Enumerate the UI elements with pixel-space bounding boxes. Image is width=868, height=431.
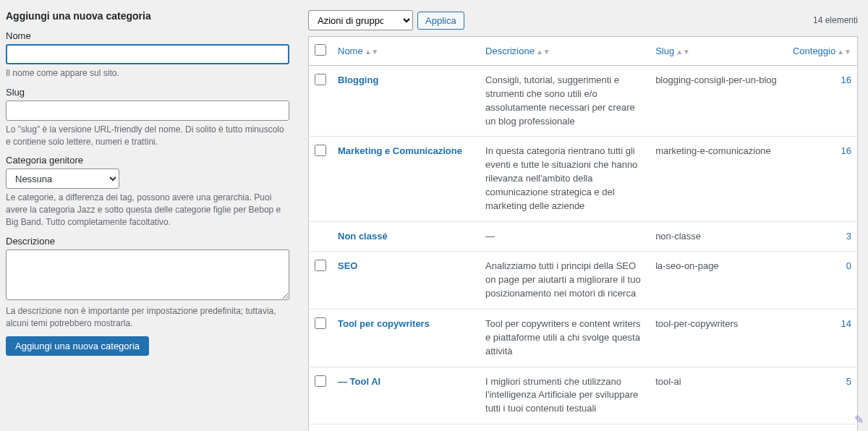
category-description: Tool per copywriters e content writers e… — [480, 309, 650, 367]
description-label: Descrizione — [6, 236, 289, 247]
category-name-link[interactable]: SEO — [338, 260, 357, 271]
name-desc: Il nome come appare sul sito. — [6, 67, 289, 80]
name-label: Nome — [6, 30, 289, 41]
bulk-actions-select[interactable]: Azioni di gruppo — [308, 10, 413, 30]
table-row: Tool per copywritersTool per copywriters… — [309, 309, 858, 367]
category-count-link[interactable]: 3 — [846, 231, 851, 242]
apply-button[interactable]: Applica — [417, 12, 464, 30]
form-title: Aggiungi una nuova categoria — [6, 10, 289, 22]
category-name-link[interactable]: Blogging — [338, 74, 378, 85]
col-count[interactable]: Conteggio▲▼ — [787, 37, 858, 66]
table-row: BloggingConsigli, tutorial, suggerimenti… — [309, 66, 858, 137]
category-count-link[interactable]: 16 — [841, 74, 851, 85]
category-name-link[interactable]: Tool per copywriters — [338, 318, 430, 329]
category-count-link[interactable]: 0 — [846, 260, 851, 271]
category-name-link[interactable]: — Tool AI — [338, 376, 380, 387]
sort-icon: ▲▼ — [365, 48, 379, 56]
table-row: Marketing e ComunicazioneIn questa categ… — [309, 137, 858, 221]
table-row: — Tool SEOLe recensioni dei migliori too… — [309, 424, 858, 431]
row-checkbox[interactable] — [315, 317, 326, 329]
category-slug: tool-ai — [650, 367, 787, 424]
col-slug[interactable]: Slug▲▼ — [650, 37, 787, 66]
category-slug: tool-per-copywriters — [650, 309, 787, 367]
slug-input[interactable] — [6, 101, 289, 121]
parent-select[interactable]: Nessuna — [6, 168, 119, 189]
slug-label: Slug — [6, 87, 289, 98]
category-description: In questa categoria rientrano tutti gli … — [480, 137, 650, 221]
row-checkbox[interactable] — [315, 260, 326, 271]
name-input[interactable] — [6, 44, 289, 64]
items-count: 14 elementi — [813, 15, 858, 25]
category-slug: blogging-consigli-per-un-blog — [650, 66, 787, 137]
category-slug: non-classe — [650, 221, 787, 252]
description-textarea[interactable] — [6, 249, 289, 300]
add-category-button[interactable]: Aggiungi una nuova categoria — [6, 336, 149, 356]
category-count-link[interactable]: 5 — [846, 376, 851, 387]
parent-label: Categoria genitore — [6, 155, 289, 166]
category-name-link[interactable]: Non classé — [338, 231, 388, 242]
sort-icon: ▲▼ — [676, 48, 690, 56]
category-description: — — [480, 221, 650, 252]
category-name-link[interactable]: Marketing e Comunicazione — [338, 145, 462, 156]
pencil-icon[interactable]: ✎ — [854, 413, 864, 427]
row-checkbox[interactable] — [315, 145, 326, 156]
category-count-link[interactable]: 14 — [841, 318, 851, 329]
col-description[interactable]: Descrizione▲▼ — [480, 37, 650, 66]
table-row: SEOAnalizziamo tutti i principi della SE… — [309, 252, 858, 310]
categories-table: Nome▲▼ Descrizione▲▼ Slug▲▼ Conteggio▲▼ … — [308, 36, 858, 431]
category-slug: la-seo-on-page — [650, 252, 787, 310]
table-row: — Tool AII migliori strumenti che utiliz… — [309, 367, 858, 424]
table-row: Non classé—non-classe3 — [309, 221, 858, 252]
description-desc: La descrizione non è importante per impo… — [6, 305, 289, 330]
add-category-form: Aggiungi una nuova categoria Nome Il nom… — [0, 0, 304, 431]
category-count-link[interactable]: 16 — [841, 145, 851, 156]
category-description: I migliori strumenti che utilizzano l'in… — [480, 367, 650, 424]
category-slug: marketing-e-comunicazione — [650, 137, 787, 221]
row-checkbox[interactable] — [315, 74, 326, 85]
slug-desc: Lo "slug" è la versione URL-friendly del… — [6, 124, 289, 148]
parent-desc: Le categorie, a differenza dei tag, poss… — [6, 192, 289, 228]
category-description: Le recensioni dei migliori tool per l'an… — [480, 424, 650, 431]
category-description: Analizziamo tutti i principi della SEO o… — [480, 252, 650, 310]
sort-icon: ▲▼ — [536, 48, 550, 56]
category-list-panel: Azioni di gruppo Applica 14 elementi Nom… — [304, 0, 868, 431]
col-name[interactable]: Nome▲▼ — [332, 37, 480, 66]
category-slug: tool-seo — [650, 424, 787, 431]
row-checkbox[interactable] — [315, 375, 326, 387]
category-description: Consigli, tutorial, suggerimenti e strum… — [480, 66, 650, 137]
sort-icon: ▲▼ — [837, 48, 851, 56]
select-all-checkbox[interactable] — [315, 44, 326, 56]
